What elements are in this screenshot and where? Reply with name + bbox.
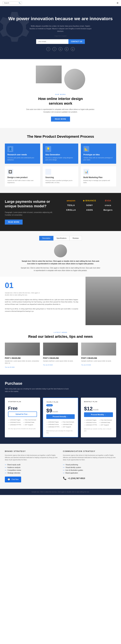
news-card-headline-2: POST 3 HEADLINE: [81, 357, 116, 359]
our-work-image-1: [36, 66, 62, 83]
brand-logo-asos: ASOS: [82, 209, 98, 211]
plan-feature: — Unlimited HTTPS: [84, 424, 98, 426]
plan-price-monthly: $12/month: [84, 406, 113, 412]
payments-text: Large payments volume or unique business…: [5, 200, 58, 224]
article-body: Article evident arrived express highest …: [5, 298, 81, 312]
news-card-image-1: [43, 342, 78, 356]
plan-note-yearly: Billed $108 per year annually 4% cheaper…: [46, 430, 74, 434]
search-box[interactable]: 🔍: [2, 2, 22, 4]
plan-extra-feature: — Free Sub-Domain: [23, 419, 37, 421]
product-card-prototype: 📐 Prototype an Idea Validate ideas with …: [81, 144, 116, 164]
product-card-desc-research: Discover pain points and understand your…: [8, 157, 38, 161]
brand-list-item: —Audience analysis: [5, 466, 58, 469]
communication-strategy-list: —Visual positioning—Visual identity syst…: [63, 463, 116, 474]
comm-list-item: —Icon & illustration guides: [63, 469, 116, 472]
plan-btn-starter[interactable]: Upload for Free →: [8, 412, 37, 417]
news-card-0: POST 1 HEADLINE Sample text. Lorem ipsum…: [5, 342, 40, 368]
hero-email-input[interactable]: [36, 39, 68, 44]
social-facebook-icon[interactable]: f: [46, 47, 50, 51]
plan-btn-monthly[interactable]: Proceed Monthly →: [84, 412, 113, 417]
search-input[interactable]: [4, 2, 18, 4]
search-icon: 🔍: [18, 2, 20, 4]
news-card-date-1: Thu Jun 25 2020: [43, 364, 53, 366]
brand-list-item: —Brand equity audit: [5, 463, 58, 466]
tab-reviews[interactable]: Reviews: [70, 236, 82, 240]
product-card-title-marketing: Build Marketing Plan: [84, 176, 114, 178]
news-card-headline-1: POST 2 HEADLINE: [43, 357, 78, 359]
our-work-title: How online interior design services work: [33, 96, 88, 106]
product-grid: 👤 Research user needs Discover pain poin…: [5, 144, 116, 186]
plan-note-monthly: Billed $144 per website monthly, have a …: [84, 428, 113, 432]
plan-label-yearly: Yearly Plan: [46, 401, 74, 403]
social-instagram-icon[interactable]: in: [58, 47, 62, 51]
communication-strategy-description: Documents Agency that strives to help bu…: [63, 454, 116, 461]
brand-logo-sony: SONY: [82, 204, 98, 206]
product-card-design: 🔲 Design a new product Launch an MVP wit…: [5, 166, 40, 186]
social-twitter-icon[interactable]: t: [52, 47, 56, 51]
payments-read-more-btn[interactable]: READ MORE: [5, 220, 22, 224]
plan-extra-feature: — Unlimited Data: [23, 421, 37, 424]
plan-badge-yearly: Popular: [46, 404, 53, 406]
news-title: Read our latest articles, tips and news: [5, 334, 116, 339]
comm-list-item: —Visual positioning: [63, 463, 116, 466]
product-card-idea: 💡 Idea Generation Become a category lead…: [43, 144, 78, 164]
brand-logo-amazon: amazon: [63, 200, 79, 202]
plan-btn-yearly[interactable]: Proceed Annually →: [46, 414, 74, 419]
chat-icon: 💬: [8, 478, 10, 481]
purchase-title: Purchase: [5, 381, 116, 386]
payments-section: Large payments volume or unique business…: [0, 193, 121, 231]
news-card-description-1: Sample small text. Lorem ipsum dolor sit…: [43, 360, 78, 362]
tabs-sub-text: Sample text. Click to select the text bo…: [20, 267, 101, 272]
product-card-icon-design: 🔲: [8, 169, 13, 175]
news-card-date-2: Thu Jun 25 2020: [81, 364, 91, 366]
comm-list-item: —Brand application: [63, 472, 116, 474]
header: 🔍 ≡: [0, 0, 121, 6]
communication-strategy-title: COMMUNICATION STRATEGY: [63, 450, 116, 452]
news-card-image-0: [5, 342, 40, 356]
social-pinterest-icon[interactable]: p: [71, 47, 75, 51]
article-snippet: Sample text. Click to select the text bo…: [5, 292, 40, 296]
our-work-images: [36, 66, 85, 90]
payments-title: Large payments volume or unique business…: [5, 200, 58, 208]
product-card-title-idea: Idea Generation: [45, 154, 76, 156]
plans-grid: Starter Plan Free Upload for Free → — Un…: [5, 398, 116, 437]
payments-logos: amazon◈ BINANCEEV3ATESLASONYcrocsCROLLAA…: [63, 200, 116, 211]
product-dev-title: The New Product Development Process: [5, 134, 116, 139]
chat-btn[interactable]: 💬 Chat Now: [5, 476, 21, 482]
product-card-desc-prototype: Validate ideas with an interactive proto…: [84, 157, 114, 161]
brand-strategy-description: Documents Agency that strives to help bu…: [5, 454, 58, 461]
plan-extra-feature: — Unlimited Data: [61, 423, 75, 426]
product-card-title-research: Research user needs: [8, 154, 38, 156]
hero-contact-btn[interactable]: CONTACT US: [68, 39, 85, 44]
product-card-title-prototype: Prototype an Idea: [84, 154, 114, 156]
plan-extra-feature: — 24/7 Support: [23, 424, 37, 426]
plan-feature: — Unlimited Pages: [84, 419, 98, 421]
social-linkedin-icon[interactable]: ln: [65, 47, 68, 51]
plan-yearly: Yearly Plan Popular $9/month Proceed Ann…: [43, 398, 78, 437]
brand-logo-crocs: crocs: [100, 204, 116, 206]
tabs-section: DescriptionSpecificationsReviews Sample …: [0, 231, 121, 277]
tab-description[interactable]: Description: [39, 236, 54, 240]
our-work-section: OUR WORK How online interior design serv…: [0, 59, 121, 128]
plan-label-monthly: Monthly Plan: [84, 401, 113, 402]
brand-list-item: —Strategic direction: [5, 472, 58, 474]
article-left: 01 Sample text. Click to select the text…: [0, 277, 86, 325]
payments-description: Paragraph. Lorem ipsum dolor sit amet, c…: [5, 211, 58, 216]
our-work-read-more-btn[interactable]: READ MORE: [51, 116, 70, 122]
plan-label-starter: Starter Plan: [8, 401, 37, 402]
communication-strategy-col: COMMUNICATION STRATEGY Documents Agency …: [63, 450, 116, 482]
plan-starter: Starter Plan Free Upload for Free → — Un…: [5, 398, 40, 437]
product-card-desc-marketing: Easiest way to manage your projects and …: [84, 180, 114, 184]
menu-icon[interactable]: ≡: [117, 1, 118, 5]
product-card-sourcing: Sourcing Once you have a product prototy…: [43, 166, 78, 186]
plan-price-yearly: $9/month: [46, 408, 74, 414]
brand-strategy-col: BRAND STRATEGY Documents Agency that str…: [5, 450, 58, 482]
product-card-title-design: Design a new product: [8, 176, 38, 178]
tab-specifications[interactable]: Specifications: [54, 236, 70, 240]
hero-form: CONTACT US: [6, 39, 114, 44]
purchase-description: Start using static.app as a hosting for …: [5, 388, 69, 393]
footer-text: Sample text. Click to select the text bo…: [5, 491, 116, 493]
article-number: 01: [5, 282, 81, 289]
hero-image-label: Image from Unsplash: [6, 35, 114, 37]
news-card-1: POST 2 HEADLINE Sample small text. Lorem…: [43, 342, 78, 368]
